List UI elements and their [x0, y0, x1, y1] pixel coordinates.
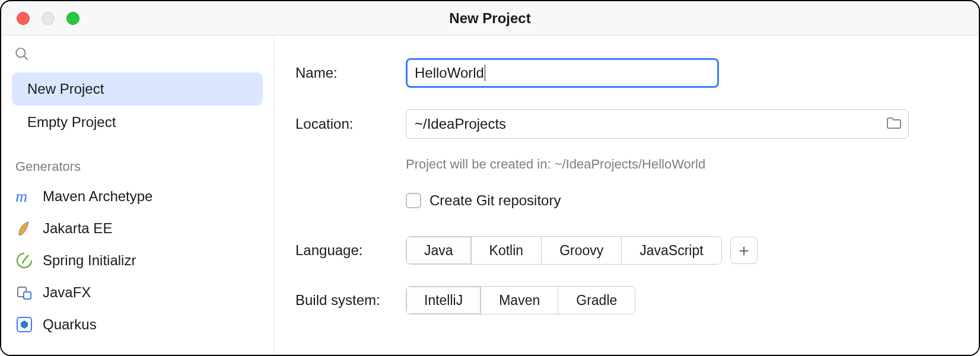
window-title: New Project: [1, 10, 979, 27]
plus-icon: ＋: [736, 239, 752, 262]
search-icon[interactable]: [14, 53, 30, 63]
browse-folder-icon[interactable]: [886, 116, 902, 132]
svg-line-1: [24, 56, 28, 60]
new-project-dialog: New Project New Project Empty Project Ge…: [0, 0, 980, 356]
form-panel: Name: HelloWorld Location: ~/IdeaProject…: [274, 36, 979, 355]
generators-section-title: Generators: [1, 139, 273, 180]
dialog-body: New Project Empty Project Generators m M…: [1, 36, 979, 355]
svg-point-0: [16, 48, 25, 57]
generator-label: Jakarta EE: [43, 220, 112, 237]
svg-text:m: m: [15, 187, 27, 205]
build-segmented: IntelliJ Maven Gradle: [406, 286, 635, 314]
svg-rect-3: [24, 292, 31, 299]
search-row: [1, 40, 273, 72]
build-row: Build system: IntelliJ Maven Gradle: [295, 286, 957, 314]
location-value: ~/IdeaProjects: [415, 116, 886, 132]
generator-label: Quarkus: [43, 316, 97, 333]
git-checkbox[interactable]: [406, 193, 421, 208]
name-row: Name: HelloWorld: [295, 58, 957, 88]
svg-marker-5: [21, 320, 28, 329]
language-option-kotlin[interactable]: Kotlin: [472, 237, 542, 264]
language-segmented: Java Kotlin Groovy JavaScript: [406, 236, 722, 265]
generator-quarkus[interactable]: Quarkus: [1, 309, 273, 341]
javafx-icon: [15, 284, 33, 301]
generator-jakarta-ee[interactable]: Jakarta EE: [1, 212, 273, 244]
git-checkbox-label: Create Git repository: [429, 192, 561, 209]
build-label: Build system:: [295, 292, 406, 309]
maven-icon: m: [15, 187, 33, 205]
name-label: Name:: [295, 65, 406, 81]
language-row: Language: Java Kotlin Groovy JavaScript …: [295, 236, 957, 265]
name-value: HelloWorld: [415, 65, 484, 81]
sidebar-item-label: Empty Project: [27, 114, 116, 130]
location-label: Location:: [295, 116, 406, 132]
sidebar-item-label: New Project: [27, 81, 104, 97]
text-caret: [485, 65, 485, 81]
language-option-groovy[interactable]: Groovy: [542, 237, 622, 264]
generator-label: Maven Archetype: [43, 188, 152, 205]
generator-maven-archetype[interactable]: m Maven Archetype: [1, 180, 273, 212]
sidebar-item-empty-project[interactable]: Empty Project: [12, 106, 263, 139]
generator-label: JavaFX: [43, 284, 91, 301]
jakarta-icon: [15, 220, 33, 237]
build-option-intellij[interactable]: IntelliJ: [406, 287, 481, 314]
language-label: Language:: [295, 242, 406, 259]
generator-javafx[interactable]: JavaFX: [1, 276, 273, 309]
build-option-gradle[interactable]: Gradle: [558, 287, 635, 314]
location-row: Location: ~/IdeaProjects: [295, 109, 957, 139]
spring-icon: [15, 252, 33, 269]
quarkus-icon: [15, 316, 33, 333]
add-language-button[interactable]: ＋: [730, 237, 758, 264]
generator-label: Spring Initializr: [43, 252, 136, 269]
sidebar: New Project Empty Project Generators m M…: [1, 36, 274, 355]
sidebar-item-new-project[interactable]: New Project: [12, 72, 263, 106]
build-option-maven[interactable]: Maven: [481, 287, 558, 314]
language-option-javascript[interactable]: JavaScript: [622, 237, 721, 264]
category-list: New Project Empty Project: [1, 72, 273, 139]
generator-spring-initializr[interactable]: Spring Initializr: [1, 244, 273, 276]
titlebar: New Project: [1, 1, 979, 36]
name-input[interactable]: HelloWorld: [406, 58, 719, 88]
location-hint: Project will be created in: ~/IdeaProjec…: [406, 157, 957, 172]
git-checkbox-row: Create Git repository: [406, 192, 957, 209]
location-input[interactable]: ~/IdeaProjects: [406, 109, 909, 139]
language-option-java[interactable]: Java: [406, 237, 472, 264]
